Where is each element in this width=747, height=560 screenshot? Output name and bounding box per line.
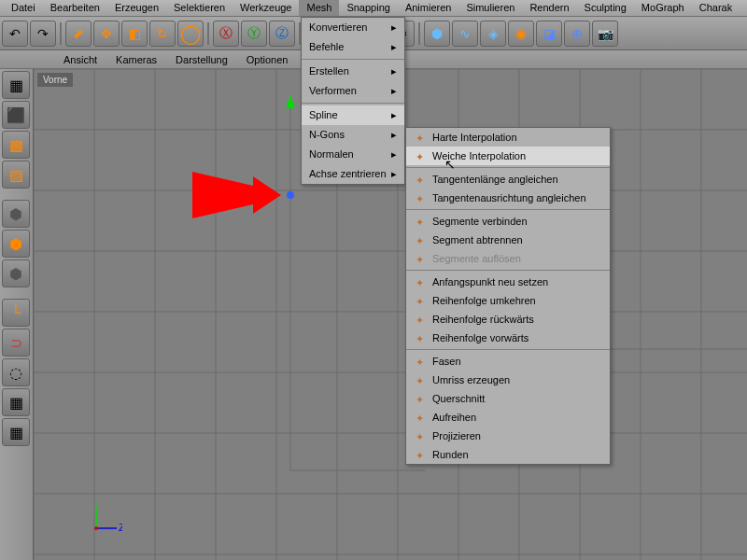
meshmenu-item[interactable]: Spline▸ bbox=[302, 105, 404, 125]
menu-mograph[interactable]: MoGraph bbox=[634, 0, 692, 16]
meshmenu-item[interactable]: Normalen▸ bbox=[302, 145, 404, 164]
spline-item-icon: ✦ bbox=[412, 355, 427, 370]
nurbs-tool[interactable]: ◈ bbox=[480, 21, 506, 47]
menu-sculpting[interactable]: Sculpting bbox=[577, 0, 634, 16]
spline-item-icon: ✦ bbox=[412, 252, 427, 267]
meshmenu-item[interactable]: N-Gons▸ bbox=[302, 125, 404, 145]
svg-point-28 bbox=[287, 191, 294, 199]
x-lock[interactable]: Ⓧ bbox=[213, 21, 239, 47]
workplane[interactable]: ▨ bbox=[2, 161, 30, 189]
spline-item-icon: ✦ bbox=[412, 173, 427, 188]
menu-snapping[interactable]: Snapping bbox=[339, 0, 398, 16]
left-toolbar: ▦ ⬛ ▩ ▨ ⬢ ⬢ ⬢ └ ⊃ ◌ ▦ ▦ bbox=[0, 69, 34, 560]
spline-item-icon: ✦ bbox=[412, 448, 427, 463]
spline-item-icon: ✦ bbox=[412, 429, 427, 444]
spline-item-icon: ✦ bbox=[412, 149, 427, 164]
spline-item: ✦Segmente auflösen bbox=[406, 249, 610, 268]
svg-point-32 bbox=[94, 526, 98, 530]
spline-item-icon: ✦ bbox=[412, 191, 427, 206]
menu-selektieren[interactable]: Selektieren bbox=[166, 0, 233, 16]
y-lock[interactable]: Ⓨ bbox=[241, 21, 267, 47]
spline-item[interactable]: ✦Segment abtrennen bbox=[406, 231, 610, 249]
spline-item[interactable]: ✦Umriss erzeugen bbox=[406, 371, 610, 389]
undo-button[interactable]: ↶ bbox=[2, 21, 28, 47]
menubar: DateiBearbeitenErzeugenSelektierenWerkze… bbox=[0, 0, 747, 17]
svg-text:Y: Y bbox=[92, 502, 100, 508]
viewmenu-kameras[interactable]: Kameras bbox=[108, 54, 164, 65]
snap-tool[interactable]: ⊃ bbox=[2, 329, 30, 357]
z-lock[interactable]: Ⓩ bbox=[269, 21, 295, 47]
spline-item-icon: ✦ bbox=[412, 294, 427, 309]
spline-item-icon: ✦ bbox=[412, 275, 427, 290]
menu-simulieren[interactable]: Simulieren bbox=[458, 0, 522, 16]
meshmenu-item[interactable]: Konvertieren▸ bbox=[302, 18, 404, 37]
env-tool[interactable]: ⊕ bbox=[564, 21, 590, 47]
spline-item[interactable]: ✦Harte Interpolation bbox=[406, 128, 610, 147]
spline-item-icon: ✦ bbox=[412, 131, 427, 146]
spline-item[interactable]: ✦Reihenfolge vorwärts bbox=[406, 329, 610, 347]
viewmenu-darstellung[interactable]: Darstellung bbox=[168, 54, 235, 65]
spline-primitive[interactable]: ∿ bbox=[452, 21, 478, 47]
model-mode[interactable]: ⬛ bbox=[2, 101, 30, 129]
menu-mesh[interactable]: Mesh bbox=[299, 0, 339, 16]
meshmenu-item[interactable]: Verformen▸ bbox=[302, 81, 404, 101]
poly-mode[interactable]: ⬢ bbox=[2, 259, 30, 287]
menu-charak[interactable]: Charak bbox=[692, 0, 740, 16]
make-editable[interactable]: ▦ bbox=[2, 71, 30, 99]
move-tool[interactable]: ✥ bbox=[93, 21, 120, 47]
spline-item[interactable]: ✦Fasen bbox=[406, 352, 610, 371]
spline-item[interactable]: ✦Tangentenlänge angleichen bbox=[406, 170, 610, 189]
meshmenu-item[interactable]: Achse zentrieren▸ bbox=[302, 164, 404, 184]
scale-tool[interactable]: ◧ bbox=[121, 21, 148, 47]
redo-button[interactable]: ↷ bbox=[30, 21, 56, 47]
spline-item[interactable]: ✦Aufreihen bbox=[406, 408, 610, 427]
meshmenu-item[interactable]: Befehle▸ bbox=[302, 37, 404, 57]
spline-item[interactable]: ✦Anfangspunkt neu setzen bbox=[406, 273, 610, 291]
spline-item-icon: ✦ bbox=[412, 373, 427, 388]
grid-tool2[interactable]: ▦ bbox=[2, 418, 30, 446]
spline-item[interactable]: ✦Weiche Interpolation bbox=[406, 147, 610, 165]
spline-item-icon: ✦ bbox=[412, 215, 427, 230]
spline-item[interactable]: ✦Segmente verbinden bbox=[406, 212, 610, 231]
mesh-menu-dropdown: Konvertieren▸Befehle▸Erstellen▸Verformen… bbox=[301, 17, 405, 185]
modeling-tool[interactable]: ◉ bbox=[508, 21, 534, 47]
spline-item[interactable]: ✦Reihenfolge umkehren bbox=[406, 291, 610, 310]
locked-tool[interactable]: ◌ bbox=[2, 358, 30, 386]
spline-item[interactable]: ✦Tangentenausrichtung angleichen bbox=[406, 189, 610, 207]
menu-animieren[interactable]: Animieren bbox=[398, 0, 459, 16]
edge-mode[interactable]: ⬢ bbox=[2, 230, 30, 258]
deformer-tool[interactable]: ◪ bbox=[536, 21, 562, 47]
svg-marker-24 bbox=[286, 95, 295, 108]
svg-marker-29 bbox=[192, 172, 281, 218]
spline-item[interactable]: ✦Reihenfolge rückwärts bbox=[406, 310, 610, 329]
menu-datei[interactable]: Datei bbox=[4, 0, 43, 16]
viewmenu-ansicht[interactable]: Ansicht bbox=[56, 54, 105, 65]
cube-primitive[interactable]: ⬢ bbox=[424, 21, 450, 47]
menu-rendern[interactable]: Rendern bbox=[522, 0, 576, 16]
spline-item[interactable]: ✦Runden bbox=[406, 445, 610, 464]
tool-circle[interactable]: ◯ bbox=[177, 21, 204, 47]
viewmenu-optionen[interactable]: Optionen bbox=[239, 54, 296, 65]
axis-indicator: Y Z bbox=[85, 502, 122, 541]
spline-item-icon: ✦ bbox=[412, 411, 427, 426]
select-tool[interactable]: ⬈ bbox=[65, 21, 92, 47]
menu-bearbeiten[interactable]: Bearbeiten bbox=[43, 0, 107, 16]
spline-item[interactable]: ✦Querschnitt bbox=[406, 389, 610, 408]
svg-text:Z: Z bbox=[119, 522, 122, 533]
spline-item[interactable]: ✦Projizieren bbox=[406, 427, 610, 445]
menu-erzeugen[interactable]: Erzeugen bbox=[107, 0, 166, 16]
spline-item-icon: ✦ bbox=[412, 233, 427, 248]
camera-tool[interactable]: 📷 bbox=[592, 21, 618, 47]
rotate-tool[interactable]: ↻ bbox=[149, 21, 176, 47]
spline-submenu: ✦Harte Interpolation✦Weiche Interpolatio… bbox=[405, 127, 611, 465]
texture-mode[interactable]: ▩ bbox=[2, 131, 30, 159]
spline-item-icon: ✦ bbox=[412, 392, 427, 407]
spline-item-icon: ✦ bbox=[412, 313, 427, 328]
spline-item-icon: ✦ bbox=[412, 331, 427, 346]
grid-tool1[interactable]: ▦ bbox=[2, 388, 30, 416]
point-mode[interactable]: ⬢ bbox=[2, 200, 30, 228]
menu-werkzeuge[interactable]: Werkzeuge bbox=[233, 0, 299, 16]
axis-tool[interactable]: └ bbox=[2, 299, 30, 327]
meshmenu-item[interactable]: Erstellen▸ bbox=[302, 62, 404, 81]
